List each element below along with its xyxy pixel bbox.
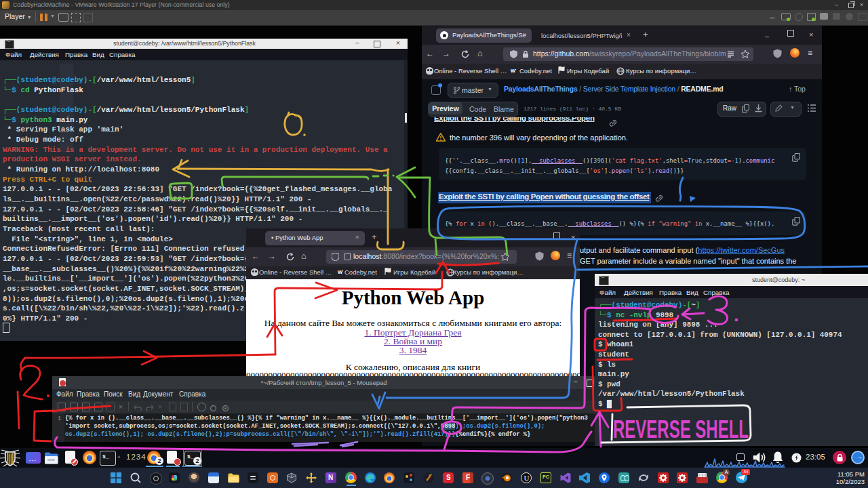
svg-text:REVERSE SHELL: REVERSE SHELL bbox=[613, 415, 749, 443]
